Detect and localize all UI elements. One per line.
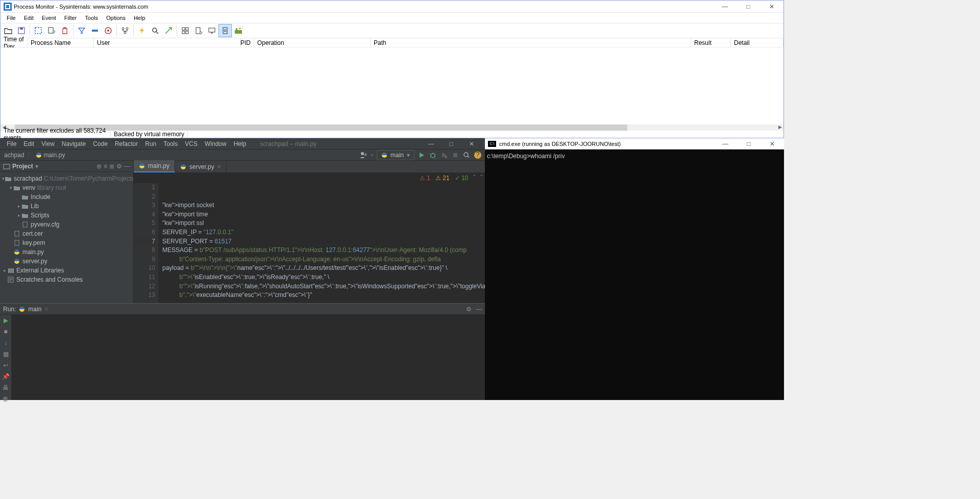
col-process[interactable]: Process Name [28,38,94,47]
prev-highlight-icon[interactable]: ˆ [473,174,475,182]
tree-icon[interactable] [118,24,132,37]
code-area[interactable]: 12345678910111213 "kw">import socket"kw"… [134,183,495,303]
tree-node[interactable]: Scratches and Consoles [0,275,133,284]
col-operation[interactable]: Operation [254,38,371,47]
code-lines[interactable]: "kw">import socket"kw">import time"kw">i… [158,183,495,303]
menu-help[interactable]: Help [130,14,150,22]
network-filter-icon[interactable] [205,24,218,37]
project-tree[interactable]: ▾scrachpad C:\Users\Tomer\PycharmProject… [0,172,133,303]
locate-icon[interactable]: ⊕ [96,163,102,170]
wrap-icon[interactable]: ↩ [3,362,8,369]
procmon-hscrollbar[interactable]: ◀ ▶ [1,124,783,131]
line-gutter[interactable]: 12345678910111213 [134,183,158,303]
menu-tools[interactable]: Tools [81,14,102,22]
run-button[interactable] [418,151,426,159]
cmd-titlebar[interactable]: C:\ cmd.exe (running as DESKTOP-JOORUNO\… [485,138,784,149]
menu-filter[interactable]: Filter [60,14,81,22]
run-gear-icon[interactable]: ⚙ [466,306,472,313]
minimize-button[interactable]: ― [713,1,737,13]
clear-icon[interactable] [58,24,71,37]
ide-menu-navigate[interactable]: Navigate [58,139,89,148]
tree-node[interactable]: ▸External Libraries [0,266,133,275]
cmd-minimize-button[interactable]: ― [714,138,737,150]
ide-menu-edit[interactable]: Edit [20,139,38,148]
tree-node[interactable]: ▸Lib [0,202,133,211]
search-everywhere-icon[interactable] [462,151,471,159]
col-result[interactable]: Result [691,38,731,47]
run-output[interactable] [11,315,485,400]
ide-close-button[interactable]: ✕ [461,139,482,149]
menu-file[interactable]: File [3,14,20,22]
menu-edit[interactable]: Edit [20,14,38,22]
chevron-down-icon[interactable]: ▾ [35,163,38,170]
jump-icon[interactable] [162,24,175,37]
ide-maximize-button[interactable]: □ [441,139,461,149]
tab-server-py[interactable]: server.py × [175,161,227,172]
cmd-close-button[interactable]: ✕ [761,138,784,150]
tree-node[interactable]: Include [0,192,133,202]
collapse-all-icon[interactable]: ≣ [109,163,114,170]
file-filter-icon[interactable] [192,24,205,37]
highlight-icon[interactable] [88,24,102,37]
procmon-event-list[interactable] [1,47,783,124]
tree-node[interactable]: main.py [0,247,133,257]
rerun-icon[interactable]: ▶ [4,317,8,324]
col-time[interactable]: Time of Day [1,38,28,47]
col-pid[interactable]: PID [241,38,254,47]
menu-options[interactable]: Options [102,14,130,22]
col-detail[interactable]: Detail [731,38,783,47]
filter-icon[interactable] [75,24,88,37]
gear-icon[interactable]: ⚙ [116,163,122,170]
col-user[interactable]: User [94,38,241,47]
warning-count[interactable]: ⚠ 21 [435,174,450,182]
tab-main-py[interactable]: main.py [134,160,175,172]
procmon-titlebar[interactable]: Process Monitor - Sysinternals: www.sysi… [1,1,783,13]
ide-menu-vcs[interactable]: VCS [181,139,201,148]
autoscroll-icon[interactable] [45,24,58,37]
profiling-filter-icon[interactable] [232,24,245,37]
crumb-file[interactable]: main.py [42,152,66,159]
menu-event[interactable]: Event [38,14,60,22]
close-run-tab-icon[interactable]: × [44,306,48,313]
tree-node[interactable]: server.py [0,257,133,266]
project-title[interactable]: Project [12,163,33,170]
stop-icon[interactable]: ■ [4,328,7,335]
next-highlight-icon[interactable]: ˇ [480,174,482,182]
ide-menu-tools[interactable]: Tools [160,139,181,148]
hide-icon[interactable]: — [124,163,130,170]
tree-node[interactable]: pyvenv.cfg [0,220,133,229]
ide-menu-run[interactable]: Run [141,139,160,148]
ide-menu-view[interactable]: View [38,139,58,148]
ide-menu-refactor[interactable]: Refactor [111,139,141,148]
close-button[interactable]: ✕ [760,1,783,13]
coverage-button[interactable] [440,151,448,159]
process-filter-icon[interactable] [218,24,232,37]
cmd-maximize-button[interactable]: □ [737,138,761,150]
capture-icon[interactable] [32,24,45,37]
tree-node[interactable]: ▸Scripts [0,211,133,220]
target-icon[interactable] [102,24,115,37]
print-icon[interactable]: 🖶 [3,384,9,391]
ide-settings-icon[interactable]: ? [474,151,482,159]
ide-menu-code[interactable]: Code [89,139,111,148]
trash-icon[interactable]: 🗑 [3,395,9,403]
ide-menu-file[interactable]: File [3,139,20,148]
ide-menu-window[interactable]: Window [201,139,230,148]
tree-node[interactable]: ▾venv library root [0,183,133,192]
typo-count[interactable]: ✓ 10 [455,174,469,182]
run-tab-label[interactable]: main [28,306,41,313]
maximize-button[interactable]: □ [737,1,760,13]
close-tab-icon[interactable]: × [217,163,221,170]
cmd-terminal[interactable]: c:\temp\Debug>whoami /priv [485,149,784,163]
user-add-icon[interactable] [359,151,368,159]
tree-node[interactable]: cert.cer [0,229,133,238]
pin-icon[interactable]: 📌 [2,373,10,380]
find-icon[interactable] [149,24,162,37]
ide-minimize-button[interactable]: ― [421,139,441,149]
col-path[interactable]: Path [371,38,691,47]
bolt-icon[interactable] [135,24,149,37]
down-icon[interactable]: ↓ [4,339,7,346]
tree-node[interactable]: key.pem [0,238,133,247]
scroll-right-icon[interactable]: ▶ [776,124,783,131]
error-count[interactable]: ⚠ 1 [420,174,430,182]
